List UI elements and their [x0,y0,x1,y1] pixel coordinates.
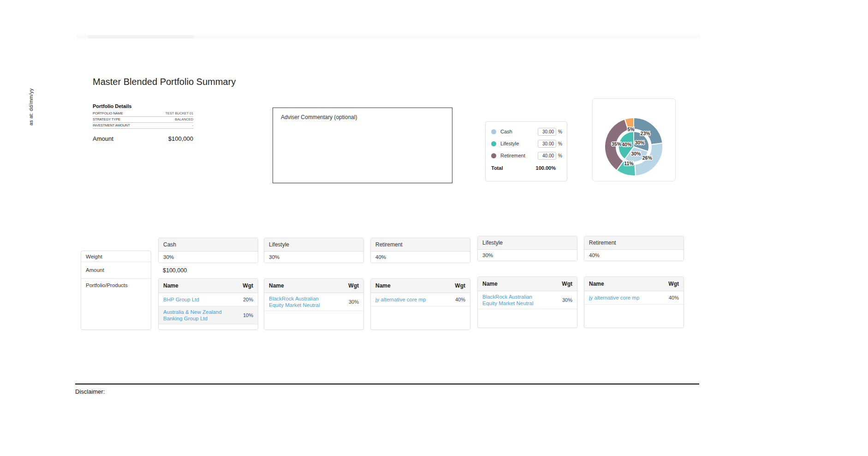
allocation-total-row: Total 100.00% [491,165,556,171]
product-row: jy alternative core mp 40% [371,293,470,306]
products-table-header: Name Wgt [478,277,577,291]
products-table: Name Wgt BHP Group Ltd 20% Australia & N… [158,278,258,330]
detail-row-strategy-type: STRATEGY TYPE BALANCED [93,117,193,123]
bucket-column-cash: Cash 30% $100,000 Name Wgt BHP Group Ltd… [158,238,258,330]
bucket-header: Lifestyle [478,236,577,250]
donut-slice-label: 30% [635,140,645,145]
bucket-header: Lifestyle [264,238,363,252]
product-row: BHP Group Ltd 20% [159,293,258,306]
retirement-color-dot-icon [491,153,496,158]
allocation-donut-chart: 23%26%11%35%5%30%30%40% [593,99,676,182]
product-link[interactable]: jy alternative core mp [375,296,440,303]
products-table-header: Name Wgt [159,279,258,293]
portfolio-details-section: Portfolio Details PORTFOLIO NAME TEST BU… [93,103,193,142]
bucket-weight: 30% [159,252,258,263]
row-labels-column: Weight Amount Portfolio/Products [81,251,151,330]
footer-divider-line [75,384,699,384]
amount-summary-row: Amount $100,000 [93,135,193,142]
donut-slice-label: 40% [622,142,632,147]
bucket-header-card: Retirement 40% [584,236,684,261]
product-link[interactable]: BHP Group Ltd [163,296,228,303]
product-weight: 20% [240,297,253,302]
product-weight: 40% [666,295,679,300]
products-col-name: Name [589,277,604,291]
cash-color-dot-icon [491,129,496,134]
product-row: jy alternative core mp 40% [584,291,684,305]
product-link[interactable]: BlackRock Australian Equity Market Neutr… [482,294,547,306]
bucket-column-retirement-2: Retirement 40% Name Wgt jy alternative c… [584,236,684,328]
donut-slice-label: 23% [641,131,651,136]
products-table: Name Wgt BlackRock Australian Equity Mar… [264,278,364,330]
product-link[interactable]: BlackRock Australian Equity Market Neutr… [269,295,333,308]
donut-slice-label: 35% [612,141,622,147]
bucket-header: Cash [159,238,258,252]
product-row: BlackRock Australian Equity Market Neutr… [478,291,577,309]
products-col-name: Name [163,279,178,293]
bucket-header-card: Cash 30% [158,238,258,263]
products-col-name: Name [375,279,391,293]
detail-value: - [192,123,193,127]
products-row-label: Portfolio/Products [81,279,151,288]
bucket-header-card: Lifestyle 30% [477,236,577,261]
amount-value: $100,000 [168,135,193,142]
products-table: Name Wgt jy alternative core mp 40% [370,278,470,330]
allocation-chart-card: 23%26%11%35%5%30%30%40% [592,98,676,181]
detail-label: INVESTMENT AMOUNT [93,123,130,127]
total-value: 100.00% [536,165,556,171]
bucket-header: Retirement [371,238,470,252]
adviser-commentary-input[interactable] [273,108,452,183]
weight-row-label: Weight [81,251,151,262]
amount-label: Amount [93,135,113,142]
allocation-label: Cash [500,129,538,134]
product-link[interactable]: Australia & New Zealand Banking Group Lt… [163,309,228,322]
bucket-amount: $100,000 [163,267,187,274]
total-label: Total [491,165,503,171]
cash-percent-input[interactable] [538,128,556,136]
as-at-date-label: as at: dd/mm/yy [28,88,34,126]
products-col-wgt: Wgt [348,279,359,293]
allocation-label: Retirement [500,153,538,158]
bucket-weight: 30% [264,252,363,263]
products-table: Name Wgt BlackRock Australian Equity Mar… [477,276,577,328]
detail-label: PORTFOLIO NAME [93,111,123,115]
product-link[interactable]: jy alternative core mp [589,294,654,301]
detail-label: STRATEGY TYPE [93,117,120,121]
products-col-name: Name [482,277,498,291]
products-table-header: Name Wgt [584,277,684,291]
bucket-weight: 40% [371,252,470,263]
bucket-weight: 40% [584,250,684,261]
percent-unit-label: % [558,129,562,134]
detail-row-investment-amount: INVESTMENT AMOUNT - [93,123,193,129]
detail-row-portfolio-name: PORTFOLIO NAME TEST BUCKET 01 [93,111,193,117]
allocation-row-lifestyle: Lifestyle % [486,138,567,149]
donut-slice-label: 30% [631,151,641,156]
product-weight: 30% [559,297,572,303]
products-col-wgt: Wgt [668,277,679,291]
product-weight: 40% [452,297,465,302]
bucket-column-lifestyle-1: Lifestyle 30% Name Wgt BlackRock Austral… [264,238,364,330]
disclaimer-label: Disclaimer: [75,388,105,395]
bucket-header: Retirement [584,236,684,250]
products-table: Name Wgt jy alternative core mp 40% [584,276,684,328]
allocation-label: Lifestyle [500,141,538,146]
products-table-header: Name Wgt [371,279,470,293]
percent-unit-label: % [558,141,562,146]
bucket-column-retirement-1: Retirement 40% Name Wgt jy alternative c… [370,238,470,330]
product-weight: 10% [240,312,253,318]
retirement-percent-input[interactable] [538,152,556,160]
bucket-weight: 30% [478,250,577,261]
lifestyle-color-dot-icon [491,141,496,146]
percent-unit-label: % [558,153,562,158]
allocation-panel: Cash % Lifestyle % Retirement % Total 10… [485,121,567,181]
products-col-wgt: Wgt [455,279,465,293]
product-weight: 30% [346,299,359,305]
detail-value: BALANCED [175,117,193,121]
lifestyle-percent-input[interactable] [538,140,556,148]
products-col-wgt: Wgt [562,277,572,291]
donut-slice-label: 5% [627,126,635,132]
page-title: Master Blended Portfolio Summary [93,77,236,87]
faint-header-watermark-smudge [88,36,194,38]
portfolio-details-heading: Portfolio Details [93,103,193,109]
report-page: as at: dd/mm/yy Master Blended Portfolio… [0,0,868,456]
bucket-column-lifestyle-2: Lifestyle 30% Name Wgt BlackRock Austral… [477,236,577,328]
